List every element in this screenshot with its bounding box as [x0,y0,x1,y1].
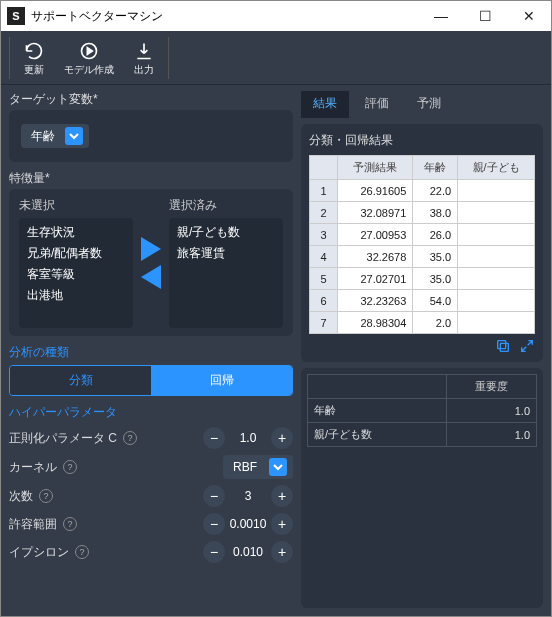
col-header: 予測結果 [338,156,413,180]
tolerance-label: 許容範囲 [9,516,57,533]
create-model-label: モデル作成 [64,63,114,77]
table-row[interactable]: 126.9160522.0 [310,180,535,202]
list-item[interactable]: 生存状況 [27,224,125,241]
titlebar: S サポートベクターマシン — ☐ ✕ [1,1,551,31]
move-right-button[interactable] [141,237,161,261]
output-label: 出力 [134,63,154,77]
degree-value: 3 [225,489,271,503]
epsilon-minus[interactable]: − [203,541,225,563]
importance-table: 重要度 年齢1.0 親/子ども数1.0 [307,374,537,447]
epsilon-label: イプシロン [9,544,69,561]
minimize-button[interactable]: — [419,1,463,31]
tolerance-value: 0.0010 [225,517,271,531]
help-icon[interactable]: ? [63,517,77,531]
copy-icon[interactable] [495,338,511,354]
reg-c-stepper: − 1.0 + [203,427,293,449]
app-icon: S [7,7,25,25]
unselected-label: 未選択 [19,197,133,214]
maximize-button[interactable]: ☐ [463,1,507,31]
table-row[interactable]: 232.0897138.0 [310,202,535,224]
update-button[interactable]: 更新 [16,37,52,79]
output-button[interactable]: 出力 [126,37,162,79]
table-row: 年齢1.0 [308,399,537,423]
target-var-label: ターゲット変数* [9,91,293,108]
degree-minus[interactable]: − [203,485,225,507]
epsilon-plus[interactable]: + [271,541,293,563]
help-icon[interactable]: ? [39,489,53,503]
table-row[interactable]: 632.2326354.0 [310,290,535,312]
kernel-label: カーネル [9,459,57,476]
reg-c-value: 1.0 [225,431,271,445]
degree-label: 次数 [9,488,33,505]
tolerance-plus[interactable]: + [271,513,293,535]
result-tabs: 結果 評価 予測 [301,91,543,118]
chevron-down-icon [269,458,287,476]
refresh-icon [24,41,44,61]
move-left-button[interactable] [141,265,161,289]
result-title: 分類・回帰結果 [309,132,535,149]
tab-classification[interactable]: 分類 [10,366,151,395]
download-icon [134,41,154,61]
features-label: 特徴量* [9,170,293,187]
list-item[interactable]: 出港地 [27,287,125,304]
selected-listbox[interactable]: 親/子ども数 旅客運賃 [169,218,283,328]
table-row[interactable]: 527.0270135.0 [310,268,535,290]
epsilon-stepper: − 0.010 + [203,541,293,563]
divider [9,37,10,79]
divider [168,37,169,79]
toolbar: 更新 モデル作成 出力 [1,31,551,85]
epsilon-value: 0.010 [225,545,271,559]
tab-result[interactable]: 結果 [301,91,349,118]
unselected-listbox[interactable]: 生存状況 兄弟/配偶者数 客室等級 出港地 [19,218,133,328]
result-table-wrap: 予測結果 年齢 親/子ども 126.9160522.0 232.0897138.… [309,155,535,334]
analysis-type-label: 分析の種類 [9,344,293,361]
degree-plus[interactable]: + [271,485,293,507]
table-row: 親/子ども数1.0 [308,423,537,447]
degree-stepper: − 3 + [203,485,293,507]
play-circle-icon [79,41,99,61]
list-item[interactable]: 旅客運賃 [177,245,275,262]
list-item[interactable]: 客室等級 [27,266,125,283]
analysis-type-toggle: 分類 回帰 [9,365,293,396]
table-row[interactable]: 327.0095326.0 [310,224,535,246]
target-var-select[interactable]: 年齢 [21,124,89,148]
tolerance-stepper: − 0.0010 + [203,513,293,535]
importance-header: 重要度 [447,375,537,399]
help-icon[interactable]: ? [75,545,89,559]
kernel-select[interactable]: RBF [223,455,293,479]
help-icon[interactable]: ? [123,431,137,445]
reg-c-label: 正則化パラメータ C [9,430,117,447]
update-label: 更新 [24,63,44,77]
tab-regression[interactable]: 回帰 [151,366,292,395]
col-header: 親/子ども [458,156,535,180]
reg-c-plus[interactable]: + [271,427,293,449]
svg-rect-1 [500,343,508,351]
table-row[interactable]: 728.983042.0 [310,312,535,334]
list-item[interactable]: 兄弟/配偶者数 [27,245,125,262]
tab-eval[interactable]: 評価 [353,91,401,118]
help-icon[interactable]: ? [63,460,77,474]
window-title: サポートベクターマシン [31,8,419,25]
close-button[interactable]: ✕ [507,1,551,31]
list-item[interactable]: 親/子ども数 [177,224,275,241]
result-table[interactable]: 予測結果 年齢 親/子ども 126.9160522.0 232.0897138.… [309,155,535,334]
expand-icon[interactable] [519,338,535,354]
target-var-value: 年齢 [31,128,55,145]
create-model-button[interactable]: モデル作成 [56,37,122,79]
svg-rect-2 [498,341,506,349]
selected-label: 選択済み [169,197,283,214]
table-row[interactable]: 432.267835.0 [310,246,535,268]
hyperparam-label: ハイパーパラメータ [9,404,293,421]
chevron-down-icon [65,127,83,145]
tab-predict[interactable]: 予測 [405,91,453,118]
reg-c-minus[interactable]: − [203,427,225,449]
kernel-value: RBF [233,460,257,474]
tolerance-minus[interactable]: − [203,513,225,535]
col-header: 年齢 [413,156,458,180]
